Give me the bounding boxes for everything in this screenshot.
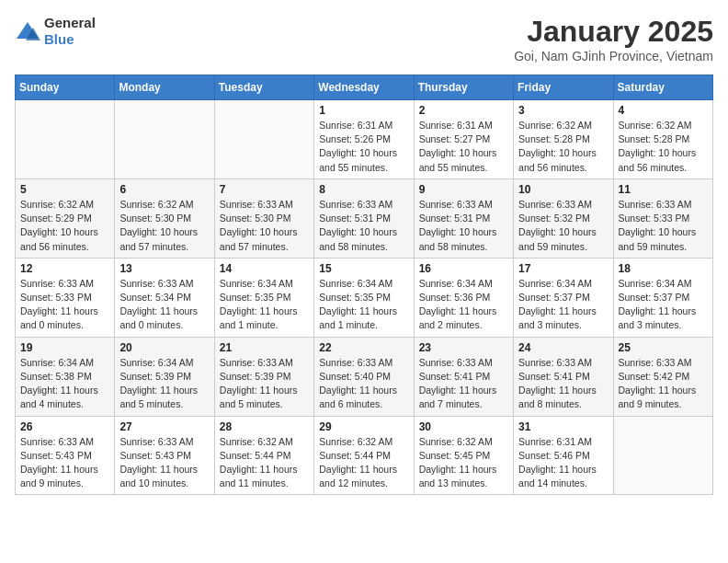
day-number: 31 [518,420,608,433]
day-number: 12 [20,262,109,275]
calendar-cell: 13Sunrise: 6:33 AM Sunset: 5:34 PM Dayli… [115,258,214,337]
day-info: Sunrise: 6:33 AM Sunset: 5:30 PM Dayligh… [220,198,309,254]
day-info: Sunrise: 6:33 AM Sunset: 5:33 PM Dayligh… [20,277,109,333]
calendar-cell: 24Sunrise: 6:33 AM Sunset: 5:41 PM Dayli… [514,337,613,416]
day-info: Sunrise: 6:31 AM Sunset: 5:27 PM Dayligh… [419,119,508,175]
calendar-cell [613,416,712,495]
calendar-header-row: SundayMondayTuesdayWednesdayThursdayFrid… [16,75,713,100]
calendar-header: SundayMondayTuesdayWednesdayThursdayFrid… [16,75,713,100]
day-info: Sunrise: 6:33 AM Sunset: 5:31 PM Dayligh… [319,198,408,254]
day-info: Sunrise: 6:31 AM Sunset: 5:26 PM Dayligh… [319,119,408,175]
day-info: Sunrise: 6:32 AM Sunset: 5:45 PM Dayligh… [419,435,508,491]
calendar-header-cell: Saturday [613,75,712,100]
calendar-week-row: 12Sunrise: 6:33 AM Sunset: 5:33 PM Dayli… [16,258,713,337]
day-number: 19 [20,341,109,354]
day-number: 28 [220,420,309,433]
calendar-cell: 25Sunrise: 6:33 AM Sunset: 5:42 PM Dayli… [613,337,712,416]
day-info: Sunrise: 6:32 AM Sunset: 5:28 PM Dayligh… [518,119,608,175]
calendar-header-cell: Monday [115,75,214,100]
calendar-cell: 31Sunrise: 6:31 AM Sunset: 5:46 PM Dayli… [514,416,613,495]
calendar-cell: 22Sunrise: 6:33 AM Sunset: 5:40 PM Dayli… [314,337,414,416]
title-area: January 2025 Goi, Nam GJinh Province, Vi… [514,15,713,63]
day-info: Sunrise: 6:32 AM Sunset: 5:44 PM Dayligh… [220,435,309,491]
calendar-cell: 26Sunrise: 6:33 AM Sunset: 5:43 PM Dayli… [16,416,115,495]
day-number: 7 [220,183,309,196]
calendar-cell: 19Sunrise: 6:34 AM Sunset: 5:38 PM Dayli… [16,337,115,416]
calendar-week-row: 1Sunrise: 6:31 AM Sunset: 5:26 PM Daylig… [16,100,713,179]
location-title: Goi, Nam GJinh Province, Vietnam [514,49,713,63]
day-number: 3 [518,104,608,117]
calendar-cell: 7Sunrise: 6:33 AM Sunset: 5:30 PM Daylig… [214,178,313,258]
day-info: Sunrise: 6:33 AM Sunset: 5:32 PM Dayligh… [518,198,608,254]
calendar-cell: 9Sunrise: 6:33 AM Sunset: 5:31 PM Daylig… [414,178,513,258]
month-title: January 2025 [514,15,713,49]
day-number: 14 [220,262,309,275]
logo: General Blue [15,15,96,48]
calendar-header-cell: Tuesday [214,75,313,100]
day-number: 6 [119,183,209,196]
day-number: 18 [619,262,708,275]
calendar-cell [115,100,214,179]
calendar-header-cell: Wednesday [314,75,414,100]
day-number: 23 [419,341,508,354]
calendar-cell: 8Sunrise: 6:33 AM Sunset: 5:31 PM Daylig… [314,178,414,258]
calendar-week-row: 19Sunrise: 6:34 AM Sunset: 5:38 PM Dayli… [16,337,713,416]
calendar-cell: 21Sunrise: 6:33 AM Sunset: 5:39 PM Dayli… [214,337,313,416]
calendar-cell: 1Sunrise: 6:31 AM Sunset: 5:26 PM Daylig… [314,100,414,179]
day-info: Sunrise: 6:32 AM Sunset: 5:44 PM Dayligh… [319,435,408,491]
day-number: 13 [119,262,209,275]
day-info: Sunrise: 6:34 AM Sunset: 5:36 PM Dayligh… [419,277,508,333]
calendar-cell: 5Sunrise: 6:32 AM Sunset: 5:29 PM Daylig… [16,178,115,258]
day-info: Sunrise: 6:33 AM Sunset: 5:41 PM Dayligh… [518,356,608,412]
day-info: Sunrise: 6:33 AM Sunset: 5:31 PM Dayligh… [419,198,508,254]
calendar-cell: 27Sunrise: 6:33 AM Sunset: 5:43 PM Dayli… [115,416,214,495]
day-number: 17 [518,262,608,275]
calendar-cell: 10Sunrise: 6:33 AM Sunset: 5:32 PM Dayli… [514,178,613,258]
calendar-cell: 14Sunrise: 6:34 AM Sunset: 5:35 PM Dayli… [214,258,313,337]
calendar-cell: 30Sunrise: 6:32 AM Sunset: 5:45 PM Dayli… [414,416,513,495]
day-number: 29 [319,420,408,433]
calendar-cell: 29Sunrise: 6:32 AM Sunset: 5:44 PM Dayli… [314,416,414,495]
day-number: 25 [619,341,708,354]
logo-icon [15,20,40,42]
logo-text-general: General [44,15,96,30]
calendar-cell: 6Sunrise: 6:32 AM Sunset: 5:30 PM Daylig… [115,178,214,258]
day-info: Sunrise: 6:34 AM Sunset: 5:39 PM Dayligh… [119,356,209,412]
day-info: Sunrise: 6:33 AM Sunset: 5:39 PM Dayligh… [220,356,309,412]
day-info: Sunrise: 6:33 AM Sunset: 5:43 PM Dayligh… [20,435,109,491]
calendar-cell [16,100,115,179]
calendar-cell: 20Sunrise: 6:34 AM Sunset: 5:39 PM Dayli… [115,337,214,416]
calendar-cell: 15Sunrise: 6:34 AM Sunset: 5:35 PM Dayli… [314,258,414,337]
day-number: 5 [20,183,109,196]
day-number: 16 [419,262,508,275]
day-info: Sunrise: 6:31 AM Sunset: 5:46 PM Dayligh… [518,435,608,491]
day-number: 15 [319,262,408,275]
day-number: 27 [119,420,209,433]
calendar-header-cell: Friday [514,75,613,100]
calendar-week-row: 26Sunrise: 6:33 AM Sunset: 5:43 PM Dayli… [16,416,713,495]
day-number: 4 [619,104,708,117]
day-number: 2 [419,104,508,117]
day-info: Sunrise: 6:33 AM Sunset: 5:42 PM Dayligh… [619,356,708,412]
day-info: Sunrise: 6:32 AM Sunset: 5:30 PM Dayligh… [119,198,209,254]
calendar-cell: 12Sunrise: 6:33 AM Sunset: 5:33 PM Dayli… [16,258,115,337]
day-number: 22 [319,341,408,354]
day-number: 30 [419,420,508,433]
day-number: 10 [518,183,608,196]
calendar-header-cell: Sunday [16,75,115,100]
day-number: 21 [220,341,309,354]
day-info: Sunrise: 6:33 AM Sunset: 5:33 PM Dayligh… [619,198,708,254]
calendar-header-cell: Thursday [414,75,513,100]
day-number: 24 [518,341,608,354]
day-info: Sunrise: 6:34 AM Sunset: 5:37 PM Dayligh… [518,277,608,333]
day-info: Sunrise: 6:32 AM Sunset: 5:29 PM Dayligh… [20,198,109,254]
calendar-cell [214,100,313,179]
day-info: Sunrise: 6:33 AM Sunset: 5:34 PM Dayligh… [119,277,209,333]
calendar: SundayMondayTuesdayWednesdayThursdayFrid… [15,75,713,495]
header: General Blue January 2025 Goi, Nam GJinh… [15,15,713,63]
calendar-cell: 18Sunrise: 6:34 AM Sunset: 5:37 PM Dayli… [613,258,712,337]
day-number: 8 [319,183,408,196]
day-number: 11 [619,183,708,196]
logo-text-blue: Blue [44,31,74,47]
calendar-cell: 11Sunrise: 6:33 AM Sunset: 5:33 PM Dayli… [613,178,712,258]
